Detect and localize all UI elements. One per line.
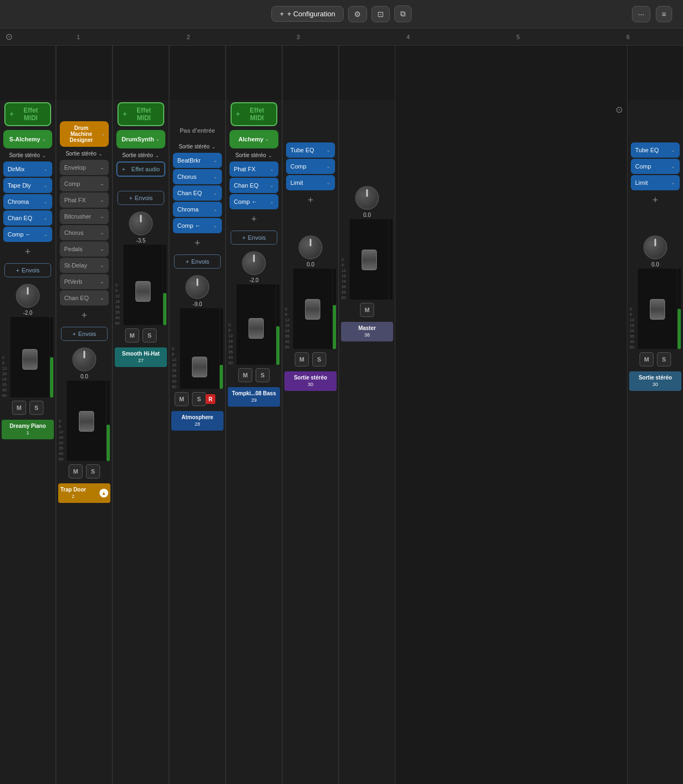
effect-chaneq-4[interactable]: Chan EQ ⌄ bbox=[173, 185, 222, 201]
effect-chroma-1[interactable]: Chroma ⌄ bbox=[3, 194, 52, 209]
solo-button-5[interactable]: S bbox=[256, 368, 270, 382]
output-select-4[interactable]: Sortie stéréo ⌄ bbox=[170, 141, 225, 152]
fader-track-2[interactable] bbox=[67, 381, 106, 461]
add-effect-right[interactable]: + bbox=[631, 192, 680, 208]
volume-knob-2[interactable] bbox=[72, 347, 96, 371]
instrument-button-3[interactable]: DrumSynth ⌄ bbox=[116, 130, 165, 148]
mixer-icon-button[interactable]: ⚙ bbox=[348, 6, 367, 22]
instrument-button-1[interactable]: S-Alchemy ⌄ bbox=[3, 130, 52, 148]
volume-section-right: 0.0 bbox=[628, 231, 683, 267]
output-select-2[interactable]: Sortie stéréo ⌄ bbox=[57, 148, 112, 159]
volume-knob-6[interactable] bbox=[299, 235, 322, 259]
sends-5[interactable]: +Envois bbox=[231, 231, 277, 245]
effect-tubeeq-right[interactable]: Tube EQ ⌄ bbox=[631, 142, 680, 158]
midi-button-1[interactable]: + Effet MIDI bbox=[4, 102, 51, 126]
effect-chroma-4[interactable]: Chroma ⌄ bbox=[173, 202, 222, 217]
volume-knob-3[interactable] bbox=[129, 211, 153, 235]
effect-phatfx-2[interactable]: Phat FX ⌄ bbox=[60, 192, 109, 208]
solo-button-4[interactable]: S bbox=[192, 392, 206, 406]
mute-button-6[interactable]: M bbox=[295, 352, 309, 366]
mute-button-1[interactable]: M bbox=[12, 401, 26, 415]
configuration-button[interactable]: + + Configuration bbox=[271, 6, 343, 22]
fader-track-6[interactable] bbox=[293, 269, 332, 349]
fader-track-4[interactable] bbox=[180, 308, 219, 389]
mute-button-right[interactable]: M bbox=[639, 352, 654, 366]
fader-handle-right[interactable] bbox=[650, 299, 665, 320]
midi-button-3[interactable]: + Effet MIDI bbox=[117, 102, 164, 126]
fader-track-1[interactable] bbox=[10, 317, 49, 397]
effect-comp-right[interactable]: Comp ⌄ bbox=[631, 159, 680, 174]
solo-button-1[interactable]: S bbox=[29, 401, 44, 415]
instrument-button-2[interactable]: Drum MachineDesigner ⌄ bbox=[60, 121, 109, 147]
solo-button-2[interactable]: S bbox=[86, 464, 100, 478]
effect-dirmix[interactable]: DirMix ⌄ bbox=[3, 161, 52, 177]
add-effect-1[interactable]: + bbox=[3, 244, 52, 260]
fader-handle-4[interactable] bbox=[192, 357, 207, 377]
effect-comp-4[interactable]: Comp ← ⌄ bbox=[173, 218, 222, 233]
add-effect-5[interactable]: + bbox=[229, 211, 278, 227]
fader-handle-5[interactable] bbox=[249, 318, 264, 339]
fader-track-7[interactable] bbox=[350, 219, 389, 300]
mute-button-5[interactable]: M bbox=[238, 368, 252, 382]
effect-comp-6[interactable]: Comp ⌄ bbox=[286, 159, 335, 174]
effect-limit-right[interactable]: Limit ⌄ bbox=[631, 175, 680, 190]
effect-tubeeq-6[interactable]: Tube EQ ⌄ bbox=[286, 142, 335, 158]
effect-tapedly[interactable]: Tape Dly ⌄ bbox=[3, 178, 52, 193]
effect-comp-1[interactable]: Comp ← ⌄ bbox=[3, 227, 52, 242]
effect-stdelay[interactable]: St-Delay ⌄ bbox=[60, 258, 109, 273]
sends-4[interactable]: +Envois bbox=[174, 254, 221, 269]
midi-button-5[interactable]: + Effet MIDI bbox=[231, 102, 277, 126]
effect-ptverb[interactable]: PtVerb ⌄ bbox=[60, 274, 109, 289]
output-select-3[interactable]: Sortie stéréo ⌄ bbox=[113, 150, 169, 160]
effect-comp-5[interactable]: Comp ← ⌄ bbox=[229, 194, 278, 209]
mute-button-7[interactable]: M bbox=[360, 303, 374, 317]
fader-track-3[interactable] bbox=[123, 245, 163, 325]
sends-3[interactable]: +Envois bbox=[117, 191, 164, 205]
fader-track-5[interactable] bbox=[237, 284, 276, 365]
solo-button-right[interactable]: S bbox=[657, 352, 671, 366]
sends-1[interactable]: + Envois bbox=[4, 263, 51, 277]
mute-button-3[interactable]: M bbox=[125, 328, 139, 343]
effect-phatfx-5[interactable]: Phat FX ⌄ bbox=[229, 161, 278, 177]
instrument-button-4[interactable]: Pas d'entrée bbox=[173, 121, 222, 140]
add-effect-2[interactable]: + bbox=[60, 308, 109, 323]
effect-comp-2[interactable]: Comp ⌄ bbox=[60, 176, 109, 191]
volume-knob-5[interactable] bbox=[242, 251, 266, 275]
output-select-5[interactable]: Sortie stéréo ⌄ bbox=[226, 150, 282, 160]
effect-beatbrkr[interactable]: BeatBrkr ⌄ bbox=[173, 153, 222, 168]
effect-chorus-2[interactable]: Chorus ⌄ bbox=[60, 225, 109, 240]
add-effect-6[interactable]: + bbox=[286, 192, 335, 208]
sends-2[interactable]: +Envois bbox=[61, 327, 108, 341]
effect-pedals[interactable]: Pedals ⌄ bbox=[60, 241, 109, 257]
effect-audio-3[interactable]: + Effet audio bbox=[116, 161, 165, 177]
solo-button-3[interactable]: S bbox=[142, 328, 157, 343]
volume-knob-4[interactable] bbox=[185, 275, 209, 299]
fader-handle-3[interactable] bbox=[135, 281, 151, 302]
copy-button[interactable]: ⧉ bbox=[394, 5, 412, 22]
output-select-1[interactable]: Sortie stéréo ⌄ bbox=[0, 150, 55, 160]
view-button[interactable]: ⊡ bbox=[371, 6, 390, 22]
settings-icon-right[interactable]: ⊙ bbox=[616, 104, 623, 115]
effect-envelop[interactable]: Envelop ⌄ bbox=[60, 160, 109, 175]
fader-handle-2[interactable] bbox=[79, 411, 94, 432]
more-button[interactable]: ··· bbox=[632, 6, 650, 22]
effect-limit-6[interactable]: Limit ⌄ bbox=[286, 175, 335, 190]
menu-button[interactable]: ≡ bbox=[656, 6, 672, 22]
solo-button-6[interactable]: S bbox=[312, 352, 326, 366]
effect-chaneq-5[interactable]: Chan EQ ⌄ bbox=[229, 178, 278, 193]
add-effect-4[interactable]: + bbox=[173, 235, 222, 251]
volume-knob-1[interactable] bbox=[16, 284, 40, 308]
fader-handle-6[interactable] bbox=[305, 299, 320, 320]
fader-handle-7[interactable] bbox=[362, 250, 377, 270]
volume-knob-7[interactable] bbox=[355, 186, 379, 210]
effect-chorus-4[interactable]: Chorus ⌄ bbox=[173, 169, 222, 184]
mute-button-4[interactable]: M bbox=[175, 392, 189, 406]
instrument-button-5[interactable]: Alchemy ⌄ bbox=[229, 130, 278, 148]
effect-chaneq-2[interactable]: Chan EQ ⌄ bbox=[60, 290, 109, 306]
effect-bitcrusher[interactable]: Bitcrusher ⌄ bbox=[60, 209, 109, 224]
mute-button-2[interactable]: M bbox=[69, 464, 83, 478]
fader-handle-1[interactable] bbox=[22, 349, 38, 370]
effect-chaneq-1[interactable]: Chan EQ ⌄ bbox=[3, 210, 52, 226]
fader-track-right[interactable] bbox=[638, 269, 677, 349]
volume-knob-right[interactable] bbox=[643, 235, 667, 259]
